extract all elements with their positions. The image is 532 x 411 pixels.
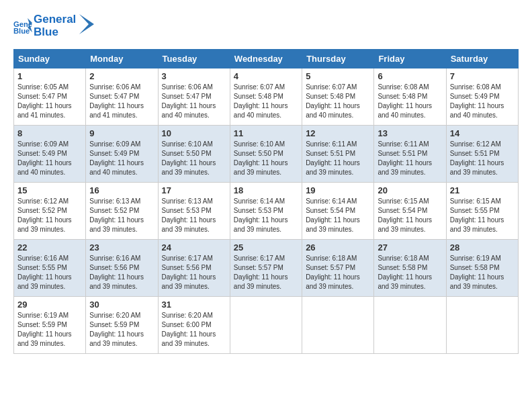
calendar-cell: 15Sunrise: 6:12 AMSunset: 5:52 PMDayligh…	[14, 183, 86, 240]
calendar-cell: 4Sunrise: 6:07 AMSunset: 5:48 PMDaylight…	[230, 68, 302, 126]
day-info: Sunrise: 6:07 AMSunset: 5:48 PMDaylight:…	[234, 83, 298, 120]
day-info: Sunrise: 6:14 AMSunset: 5:53 PMDaylight:…	[234, 197, 298, 234]
day-number: 29	[17, 300, 82, 310]
day-info: Sunrise: 6:13 AMSunset: 5:52 PMDaylight:…	[89, 197, 154, 234]
day-number: 19	[306, 185, 370, 195]
svg-marker-3	[79, 14, 94, 34]
calendar-cell: 2Sunrise: 6:06 AMSunset: 5:47 PMDaylight…	[86, 68, 158, 126]
day-number: 27	[378, 242, 442, 253]
calendar-cell: 11Sunrise: 6:10 AMSunset: 5:50 PMDayligh…	[230, 126, 302, 183]
day-number: 28	[450, 242, 515, 253]
day-info: Sunrise: 6:09 AMSunset: 5:49 PMDaylight:…	[89, 140, 154, 177]
day-number: 22	[17, 242, 82, 253]
day-info: Sunrise: 6:18 AMSunset: 5:57 PMDaylight:…	[306, 254, 370, 291]
calendar-cell: 26Sunrise: 6:18 AMSunset: 5:57 PMDayligh…	[302, 240, 374, 297]
calendar-cell: 14Sunrise: 6:12 AMSunset: 5:51 PMDayligh…	[446, 126, 518, 183]
weekday-header-saturday: Saturday	[446, 50, 518, 68]
day-info: Sunrise: 6:20 AMSunset: 6:00 PMDaylight:…	[162, 311, 226, 349]
calendar-table: SundayMondayTuesdayWednesdayThursdayFrid…	[13, 49, 519, 354]
day-info: Sunrise: 6:08 AMSunset: 5:48 PMDaylight:…	[378, 83, 442, 120]
day-number: 5	[306, 71, 370, 81]
weekday-header-friday: Friday	[374, 50, 446, 68]
day-number: 30	[89, 300, 154, 310]
weekday-header-wednesday: Wednesday	[230, 50, 302, 68]
day-info: Sunrise: 6:07 AMSunset: 5:48 PMDaylight:…	[306, 83, 370, 120]
calendar-cell: 16Sunrise: 6:13 AMSunset: 5:52 PMDayligh…	[86, 183, 158, 240]
day-info: Sunrise: 6:15 AMSunset: 5:54 PMDaylight:…	[378, 197, 442, 234]
day-info: Sunrise: 6:16 AMSunset: 5:56 PMDaylight:…	[89, 254, 154, 291]
day-number: 23	[89, 242, 154, 253]
day-number: 21	[450, 185, 515, 195]
calendar-cell: 25Sunrise: 6:17 AMSunset: 5:57 PMDayligh…	[230, 240, 302, 297]
weekday-header-monday: Monday	[86, 50, 158, 68]
day-info: Sunrise: 6:12 AMSunset: 5:52 PMDaylight:…	[17, 197, 82, 234]
calendar-cell: 21Sunrise: 6:15 AMSunset: 5:55 PMDayligh…	[446, 183, 518, 240]
calendar-cell	[446, 297, 518, 354]
day-number: 16	[89, 185, 154, 195]
calendar-cell: 18Sunrise: 6:14 AMSunset: 5:53 PMDayligh…	[230, 183, 302, 240]
calendar-cell	[374, 297, 446, 354]
calendar-cell: 13Sunrise: 6:11 AMSunset: 5:51 PMDayligh…	[374, 126, 446, 183]
calendar-cell: 23Sunrise: 6:16 AMSunset: 5:56 PMDayligh…	[86, 240, 158, 297]
day-info: Sunrise: 6:19 AMSunset: 5:58 PMDaylight:…	[450, 254, 515, 291]
day-info: Sunrise: 6:08 AMSunset: 5:49 PMDaylight:…	[450, 83, 515, 120]
day-info: Sunrise: 6:13 AMSunset: 5:53 PMDaylight:…	[162, 197, 226, 234]
day-info: Sunrise: 6:06 AMSunset: 5:47 PMDaylight:…	[162, 83, 226, 120]
calendar-cell: 9Sunrise: 6:09 AMSunset: 5:49 PMDaylight…	[86, 126, 158, 183]
day-info: Sunrise: 6:18 AMSunset: 5:58 PMDaylight:…	[378, 254, 442, 291]
day-number: 9	[89, 128, 154, 138]
day-number: 15	[17, 185, 82, 195]
calendar-cell: 30Sunrise: 6:20 AMSunset: 5:59 PMDayligh…	[86, 297, 158, 354]
day-info: Sunrise: 6:14 AMSunset: 5:54 PMDaylight:…	[306, 197, 370, 234]
day-number: 12	[306, 128, 370, 138]
day-number: 4	[234, 71, 298, 81]
day-info: Sunrise: 6:10 AMSunset: 5:50 PMDaylight:…	[162, 140, 226, 177]
logo-arrow-icon	[79, 14, 94, 34]
day-number: 13	[378, 128, 442, 138]
day-info: Sunrise: 6:10 AMSunset: 5:50 PMDaylight:…	[234, 140, 298, 177]
day-number: 3	[162, 71, 226, 81]
day-number: 24	[162, 242, 226, 253]
calendar-cell	[302, 297, 374, 354]
day-number: 11	[234, 128, 298, 138]
day-number: 8	[17, 128, 82, 138]
logo-general: General	[34, 13, 76, 26]
day-info: Sunrise: 6:05 AMSunset: 5:47 PMDaylight:…	[17, 83, 82, 120]
day-info: Sunrise: 6:16 AMSunset: 5:55 PMDaylight:…	[17, 254, 82, 291]
day-number: 18	[234, 185, 298, 195]
day-info: Sunrise: 6:19 AMSunset: 5:59 PMDaylight:…	[17, 311, 82, 349]
calendar-cell: 1Sunrise: 6:05 AMSunset: 5:47 PMDaylight…	[14, 68, 86, 126]
calendar-cell: 29Sunrise: 6:19 AMSunset: 5:59 PMDayligh…	[14, 297, 86, 354]
day-number: 6	[378, 71, 442, 81]
day-number: 7	[450, 71, 515, 81]
day-info: Sunrise: 6:20 AMSunset: 5:59 PMDaylight:…	[89, 311, 154, 349]
weekday-header-sunday: Sunday	[14, 50, 86, 68]
day-number: 17	[162, 185, 226, 195]
day-info: Sunrise: 6:11 AMSunset: 5:51 PMDaylight:…	[306, 140, 370, 177]
calendar-cell: 22Sunrise: 6:16 AMSunset: 5:55 PMDayligh…	[14, 240, 86, 297]
day-number: 1	[17, 71, 82, 81]
logo-blue: Blue	[34, 26, 76, 39]
day-info: Sunrise: 6:17 AMSunset: 5:56 PMDaylight:…	[162, 254, 226, 291]
weekday-header-thursday: Thursday	[302, 50, 374, 68]
day-info: Sunrise: 6:06 AMSunset: 5:47 PMDaylight:…	[89, 83, 154, 120]
day-number: 20	[378, 185, 442, 195]
calendar-cell: 12Sunrise: 6:11 AMSunset: 5:51 PMDayligh…	[302, 126, 374, 183]
day-number: 26	[306, 242, 370, 253]
logo: General Blue General Blue	[13, 13, 94, 38]
calendar-cell: 24Sunrise: 6:17 AMSunset: 5:56 PMDayligh…	[158, 240, 230, 297]
calendar-cell: 8Sunrise: 6:09 AMSunset: 5:49 PMDaylight…	[14, 126, 86, 183]
calendar-cell: 7Sunrise: 6:08 AMSunset: 5:49 PMDaylight…	[446, 68, 518, 126]
day-number: 2	[89, 71, 154, 81]
calendar-cell: 20Sunrise: 6:15 AMSunset: 5:54 PMDayligh…	[374, 183, 446, 240]
day-info: Sunrise: 6:17 AMSunset: 5:57 PMDaylight:…	[234, 254, 298, 291]
calendar-cell: 10Sunrise: 6:10 AMSunset: 5:50 PMDayligh…	[158, 126, 230, 183]
calendar-cell: 19Sunrise: 6:14 AMSunset: 5:54 PMDayligh…	[302, 183, 374, 240]
logo-icon: General Blue	[13, 17, 32, 36]
day-info: Sunrise: 6:15 AMSunset: 5:55 PMDaylight:…	[450, 197, 515, 234]
calendar-cell: 3Sunrise: 6:06 AMSunset: 5:47 PMDaylight…	[158, 68, 230, 126]
header: General Blue General Blue	[13, 13, 519, 38]
calendar-cell: 6Sunrise: 6:08 AMSunset: 5:48 PMDaylight…	[374, 68, 446, 126]
day-number: 14	[450, 128, 515, 138]
day-info: Sunrise: 6:11 AMSunset: 5:51 PMDaylight:…	[378, 140, 442, 177]
